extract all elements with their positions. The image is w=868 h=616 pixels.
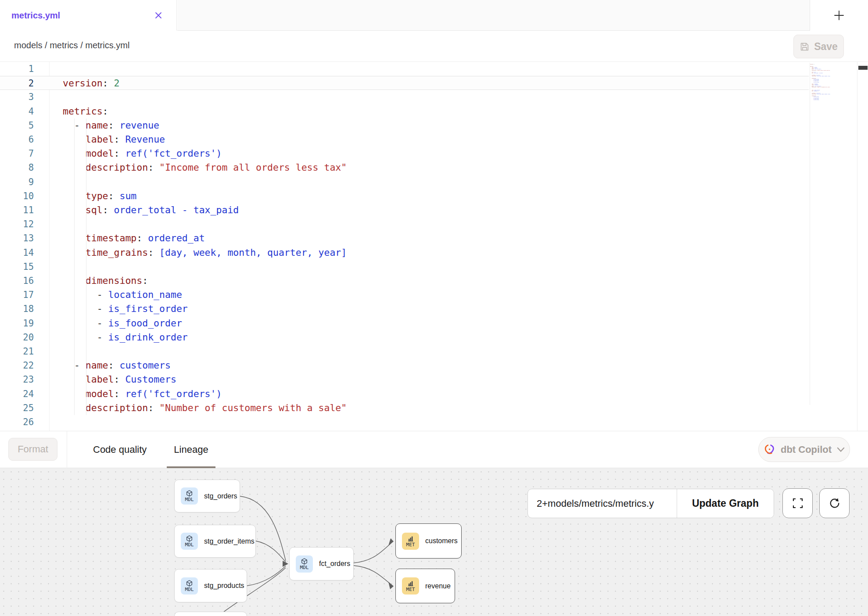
code-line-25[interactable]: 25 description: "Number of customers wit… [0, 401, 809, 415]
code-line-21[interactable]: 21 [0, 344, 809, 358]
refresh-button[interactable] [819, 488, 850, 518]
line-number: 14 [0, 246, 34, 260]
code-line-24[interactable]: 24 model: ref('fct_orders') [0, 387, 809, 401]
line-content: time_grains: [day, week, month, quarter,… [63, 246, 347, 260]
code-editor[interactable]: 12version: 234metrics:5 - name: revenue6… [0, 62, 868, 431]
metric-badge: MET [402, 533, 419, 550]
editor-scrollbar[interactable] [857, 62, 868, 431]
code-line-13[interactable]: 13 timestamp: ordered_at [0, 231, 809, 245]
line-number: 11 [0, 203, 34, 217]
code-line-18[interactable]: 18 - is_first_order [0, 302, 809, 316]
lineage-graph-canvas[interactable]: MDL stg_orders MDL stg_order_items MDL s… [0, 468, 868, 616]
ide-window: { "tabbar": { "active_tab": "metrics.yml… [0, 0, 868, 616]
line-number: 12 [0, 217, 34, 231]
tab-title: metrics.yml [11, 11, 60, 21]
cube-icon [301, 558, 308, 565]
code-line-11[interactable]: 11 sql: order_total - tax_paid [0, 203, 809, 217]
line-number: 2 [0, 76, 34, 90]
code-line-23[interactable]: 23 label: Customers [0, 372, 809, 387]
minimap[interactable]: version: 2metrics: - name: revenue label… [810, 63, 857, 405]
model-badge: MDL [181, 533, 198, 550]
code-line-17[interactable]: 17 - location_name [0, 288, 809, 302]
toolbar-tabs: Code quality Lineage [93, 431, 208, 468]
line-number: 24 [0, 387, 34, 401]
badge-label: MDL [300, 565, 309, 570]
fullscreen-icon [792, 497, 804, 509]
toolbar-divider [67, 431, 67, 468]
line-content: model: ref('fct_orders') [63, 387, 222, 401]
code-line-20[interactable]: 20 - is_drink_order [0, 330, 809, 344]
lineage-node-partial[interactable] [174, 612, 247, 616]
code-line-12[interactable]: 12 [0, 217, 809, 231]
tab-metrics-yml[interactable]: metrics.yml [0, 0, 177, 31]
line-content: version: 2 [63, 76, 119, 90]
code-line-16[interactable]: 16 dimensions: [0, 274, 809, 288]
code-line-19[interactable]: 19 - is_food_order [0, 316, 809, 330]
format-button[interactable]: Format [8, 438, 57, 461]
line-number: 10 [0, 189, 34, 203]
line-number: 5 [0, 118, 34, 133]
line-number: 15 [0, 260, 34, 274]
bottom-toolbar: Format Code quality Lineage dbt Copilot [0, 431, 868, 468]
lineage-node-customers[interactable]: MET customers [395, 523, 462, 559]
fullscreen-button[interactable] [782, 488, 813, 518]
scrollbar-thumb[interactable] [858, 66, 868, 70]
code-line-26[interactable]: 26 [0, 415, 809, 429]
line-number: 3 [0, 90, 34, 104]
lineage-node-stg-orders[interactable]: MDL stg_orders [174, 480, 240, 512]
code-line-22[interactable]: 22 - name: customers [0, 358, 809, 372]
lineage-node-stg-products[interactable]: MDL stg_products [174, 569, 247, 602]
close-icon[interactable] [154, 11, 163, 20]
code-line-6[interactable]: 6 label: Revenue [0, 133, 809, 147]
code-line-5[interactable]: 5 - name: revenue [0, 118, 809, 133]
save-button[interactable]: Save [793, 35, 844, 58]
line-content: description: "Number of customers with a… [63, 401, 347, 415]
code-line-14[interactable]: 14 time_grains: [day, week, month, quart… [0, 246, 809, 260]
line-number: 17 [0, 288, 34, 302]
line-content: label: Customers [63, 372, 176, 387]
tab-code-quality-label: Code quality [93, 444, 147, 455]
tab-code-quality[interactable]: Code quality [93, 431, 147, 468]
line-content: - is_first_order [63, 302, 188, 316]
code-line-10[interactable]: 10 type: sum [0, 189, 809, 203]
code-line-1[interactable]: 1 [0, 62, 809, 76]
line-number: 19 [0, 316, 34, 330]
breadcrumb: models / metrics / metrics.yml [14, 40, 129, 50]
code-line-4[interactable]: 4metrics: [0, 104, 809, 118]
node-label: customers [425, 537, 458, 545]
node-label: fct_orders [319, 560, 350, 568]
code-line-9[interactable]: 9 [0, 175, 809, 189]
line-number: 16 [0, 274, 34, 288]
line-content: dimensions: [63, 274, 148, 288]
code-line-3[interactable]: 3 [0, 90, 809, 104]
line-content: model: ref('fct_orders') [63, 147, 222, 161]
code-line-8[interactable]: 8 description: "Income from all orders l… [0, 161, 809, 175]
update-graph-button[interactable]: Update Graph [677, 489, 774, 518]
new-tab-button[interactable] [810, 0, 868, 31]
node-label: stg_products [204, 582, 244, 590]
line-number: 26 [0, 415, 34, 429]
line-content: description: "Income from all orders les… [63, 161, 347, 175]
line-content: - is_food_order [63, 316, 182, 330]
line-content: - name: customers [63, 358, 171, 372]
badge-label: MDL [185, 587, 194, 592]
badge-label: MET [406, 542, 415, 547]
lineage-node-fct-orders[interactable]: MDL fct_orders [289, 547, 354, 580]
code-line-15[interactable]: 15 [0, 260, 809, 274]
copilot-label: dbt Copilot [781, 444, 832, 455]
metric-badge: MET [402, 577, 419, 595]
line-number: 21 [0, 344, 34, 358]
lineage-node-revenue[interactable]: MET revenue [395, 569, 455, 603]
dbt-copilot-button[interactable]: dbt Copilot [758, 437, 850, 462]
line-content: timestamp: ordered_at [63, 231, 205, 245]
code-line-2[interactable]: 2version: 2 [0, 76, 809, 90]
tab-strip-empty [177, 0, 810, 31]
lineage-node-stg-order-items[interactable]: MDL stg_order_items [174, 525, 256, 558]
indent-guide [74, 118, 75, 415]
badge-label: MDL [185, 497, 194, 502]
tab-lineage[interactable]: Lineage [174, 431, 208, 468]
cube-icon [186, 580, 193, 587]
lineage-selector-input[interactable] [528, 489, 677, 518]
code-line-7[interactable]: 7 model: ref('fct_orders') [0, 147, 809, 161]
line-number: 9 [0, 175, 34, 189]
